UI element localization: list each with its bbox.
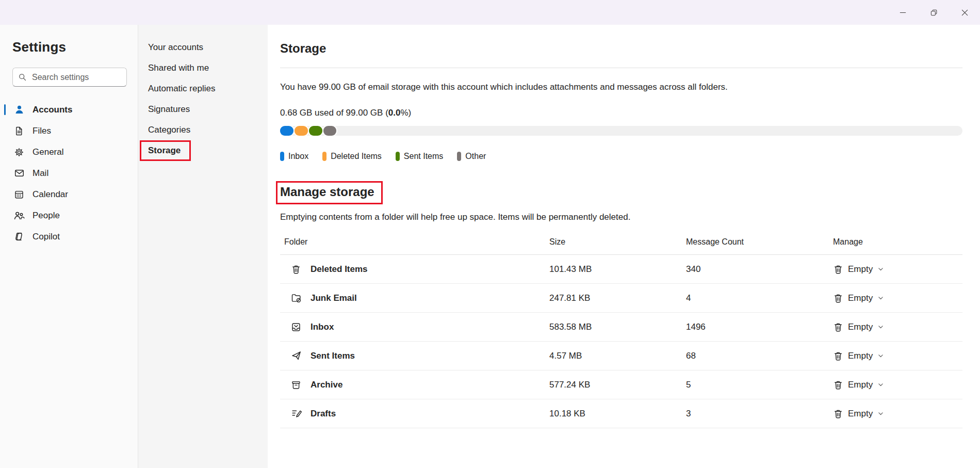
restore-icon: [930, 9, 938, 17]
legend-item-deleted-items: Deleted Items: [322, 152, 382, 161]
size-cell: 247.81 KB: [549, 293, 686, 303]
inbox-icon: [291, 322, 301, 332]
settings-window: Settings Accounts Files General Mail Cal…: [0, 25, 980, 468]
subnav-item-label: Automatic replies: [148, 84, 215, 94]
close-button[interactable]: [949, 0, 980, 25]
sidebar-item-label: People: [32, 211, 60, 221]
legend-swatch: [280, 152, 284, 161]
storage-annotation-box: Storage: [140, 140, 191, 161]
manage-cell: Empty: [833, 264, 884, 275]
trash-icon: [833, 380, 843, 390]
legend-label: Inbox: [288, 152, 308, 161]
storage-intro-text: You have 99.00 GB of email storage with …: [280, 82, 962, 92]
legend-swatch: [396, 152, 400, 161]
subnav-item-categories[interactable]: Categories: [138, 120, 268, 140]
sidebar-nav: Accounts Files General Mail Calendar Peo…: [0, 99, 127, 247]
folder-name: Deleted Items: [311, 264, 368, 275]
search-settings-input[interactable]: [31, 72, 121, 83]
folder-name: Archive: [311, 380, 342, 390]
manage-cell: Empty: [833, 409, 884, 419]
folder-cell: Archive: [290, 380, 549, 390]
message-count-cell: 68: [686, 351, 833, 361]
chevron-down-icon: [877, 324, 884, 330]
subnav-item-label: Your accounts: [148, 42, 203, 53]
sidebar-item-accounts[interactable]: Accounts: [0, 99, 127, 120]
size-cell: 101.43 MB: [549, 264, 686, 275]
sidebar-item-calendar[interactable]: Calendar: [0, 184, 127, 205]
sidebar-item-files[interactable]: Files: [0, 120, 127, 141]
empty-folder-button[interactable]: Empty: [833, 322, 884, 332]
search-settings-box[interactable]: [12, 68, 127, 87]
settings-sidebar: Settings Accounts Files General Mail Cal…: [0, 25, 138, 468]
legend-swatch: [457, 152, 461, 161]
storage-usage-bar: [280, 126, 962, 136]
close-icon: [961, 9, 969, 17]
folder-cell: Sent Items: [290, 350, 549, 361]
titlebar: [0, 0, 980, 25]
header-manage: Manage: [833, 237, 863, 247]
sidebar-item-people[interactable]: People: [0, 205, 127, 226]
empty-folder-button[interactable]: Empty: [833, 409, 884, 419]
empty-folder-button[interactable]: Empty: [833, 351, 884, 361]
header-size: Size: [549, 237, 686, 247]
manage-storage-heading: Manage storage: [280, 185, 374, 199]
sidebar-item-general[interactable]: General: [0, 141, 127, 163]
sidebar-item-mail[interactable]: Mail: [0, 163, 127, 184]
drafts-icon: [291, 408, 302, 419]
legend-swatch: [322, 152, 326, 161]
trash-icon: [833, 264, 843, 275]
trash-icon: [833, 351, 843, 361]
header-folder: Folder: [284, 237, 549, 247]
subnav-item-label: Shared with me: [148, 63, 209, 73]
sidebar-item-label: Copilot: [32, 232, 60, 242]
document-icon: [14, 126, 24, 136]
usage-summary: 0.68 GB used of 99.00 GB (0.0%): [280, 108, 962, 118]
restore-button[interactable]: [918, 0, 949, 25]
subnav-item-shared-with-me[interactable]: Shared with me: [138, 58, 268, 78]
subnav-item-your-accounts[interactable]: Your accounts: [138, 37, 268, 58]
storage-segment-other: [323, 126, 336, 136]
settings-heading: Settings: [12, 39, 127, 55]
subnav-item-label: Signatures: [148, 104, 190, 115]
trash-icon: [291, 264, 301, 275]
message-count-cell: 340: [686, 264, 833, 275]
subnav-item-signatures[interactable]: Signatures: [138, 99, 268, 120]
empty-button-label: Empty: [848, 351, 873, 361]
folder-name: Drafts: [311, 409, 336, 419]
minimize-button[interactable]: [887, 0, 918, 25]
trash-icon: [833, 409, 843, 419]
legend-item-sent-items: Sent Items: [396, 152, 443, 161]
usage-percent: 0.0: [388, 108, 401, 118]
empty-folder-button[interactable]: Empty: [833, 380, 884, 390]
empty-folder-button[interactable]: Empty: [833, 264, 884, 275]
trash-icon: [833, 322, 843, 332]
empty-folder-button[interactable]: Empty: [833, 293, 884, 303]
size-cell: 583.58 MB: [549, 322, 686, 332]
table-row: Drafts 10.18 KB 3 Empty: [280, 399, 962, 428]
empty-button-label: Empty: [848, 264, 873, 275]
folder-name: Sent Items: [311, 351, 355, 361]
legend-item-other: Other: [457, 152, 486, 161]
chevron-down-icon: [877, 266, 884, 272]
sidebar-item-copilot[interactable]: Copilot: [0, 226, 127, 247]
storage-segment-inbox: [280, 126, 293, 136]
trash-icon: [833, 293, 843, 303]
folder-name: Junk Email: [311, 293, 357, 303]
folder-cell: Drafts: [290, 408, 549, 419]
header-message-count: Message Count: [686, 237, 833, 247]
subnav-item-automatic-replies[interactable]: Automatic replies: [138, 78, 268, 99]
folders-table-header: Folder Size Message Count Manage: [280, 237, 962, 255]
folders-table-body: Deleted Items 101.43 MB 340 Empty Junk E…: [280, 255, 962, 428]
empty-button-label: Empty: [848, 293, 873, 303]
size-cell: 10.18 KB: [549, 409, 686, 419]
archive-icon: [291, 380, 301, 390]
manage-cell: Empty: [833, 351, 884, 361]
table-row: Junk Email 247.81 KB 4 Empty: [280, 284, 962, 313]
subnav-item-storage[interactable]: Storage: [138, 140, 268, 161]
empty-button-label: Empty: [848, 322, 873, 332]
selected-indicator: [4, 104, 6, 115]
divider: [280, 68, 962, 68]
legend-label: Sent Items: [404, 152, 443, 161]
chevron-down-icon: [877, 410, 884, 417]
folders-table: Folder Size Message Count Manage Deleted…: [280, 237, 962, 428]
